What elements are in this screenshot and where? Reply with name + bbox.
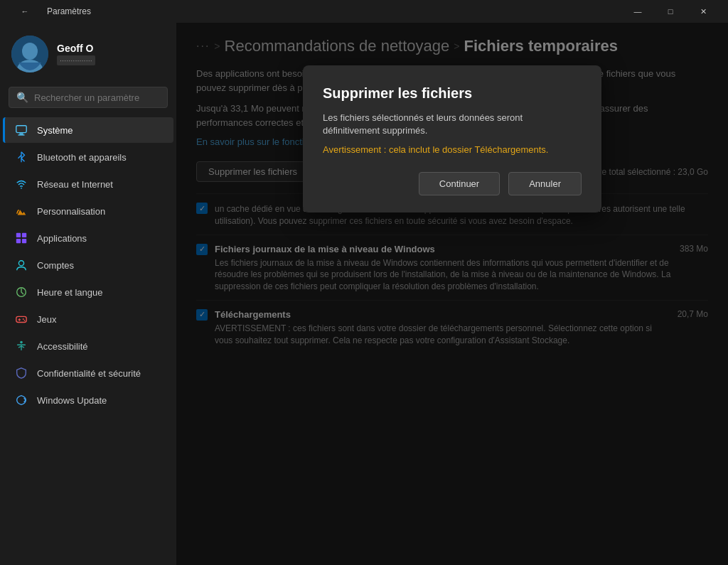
titlebar: ← Paramètres — □ ✕ [0,0,728,23]
window-controls: — □ ✕ [621,0,719,23]
svg-point-14 [23,318,24,320]
sidebar-item-bluetooth-label: Bluetooth et appareils [37,152,127,163]
modal-warning: Avertissement : cela inclut le dossier T… [323,144,582,155]
user-name: Geoff O [57,43,95,54]
svg-point-1 [22,43,38,60]
search-input[interactable] [34,92,160,103]
svg-rect-9 [16,239,21,243]
wifi-icon [14,177,28,191]
svg-point-16 [20,341,23,344]
svg-rect-8 [22,233,26,237]
modal-body: Les fichiers sélectionnés et leurs donné… [323,112,582,137]
app-window: Geoff O ··············· 🔍 Système Blueto… [0,23,728,565]
minimize-button[interactable]: — [621,0,654,23]
time-icon [14,285,28,299]
avatar [11,36,48,72]
sidebar-item-system[interactable]: Système [3,117,173,143]
back-button[interactable]: ← [9,0,41,23]
svg-rect-10 [22,239,26,243]
sidebar-item-accessibility-label: Accessibilité [37,341,88,352]
privacy-icon [14,366,28,380]
search-box[interactable]: 🔍 [9,87,168,108]
svg-rect-4 [19,134,23,135]
window-title: Paramètres [47,6,91,16]
sidebar-item-gaming-label: Jeux [37,314,56,325]
continue-button[interactable]: Continuer [419,172,500,195]
gaming-icon [14,312,28,326]
close-button[interactable]: ✕ [687,0,719,23]
user-info: Geoff O ··············· [57,43,95,65]
sidebar-item-accessibility[interactable]: Accessibilité [3,333,173,359]
sidebar-item-bluetooth[interactable]: Bluetooth et appareils [3,144,173,170]
sidebar-item-gaming[interactable]: Jeux [3,306,173,332]
user-account: ··············· [57,55,95,65]
sidebar-item-apps[interactable]: Applications [3,225,173,251]
user-section: Geoff O ··············· [0,28,176,84]
sidebar-item-apps-label: Applications [37,233,87,244]
search-icon: 🔍 [16,92,28,103]
accessibility-icon [14,339,28,353]
sidebar-item-time[interactable]: Heure et langue [3,279,173,305]
sidebar-item-personalization-label: Personnalisation [37,206,105,217]
svg-point-15 [24,320,26,321]
sidebar-item-update-label: Windows Update [37,395,107,406]
bluetooth-icon [14,150,28,164]
svg-point-6 [21,188,22,189]
svg-rect-5 [18,134,25,135]
sidebar-item-personalization[interactable]: Personnalisation [3,198,173,224]
cancel-button[interactable]: Annuler [508,172,582,195]
delete-modal: Supprimer les fichiers Les fichiers séle… [303,65,601,212]
sidebar-item-privacy-label: Confidentialité et sécurité [37,368,141,379]
sidebar: Geoff O ··············· 🔍 Système Blueto… [0,23,176,565]
main-content: ··· > Recommandations de nettoyage > Fic… [176,23,728,565]
system-icon [14,123,28,137]
sidebar-item-time-label: Heure et langue [37,287,103,298]
svg-point-11 [18,261,23,266]
sidebar-item-privacy[interactable]: Confidentialité et sécurité [3,360,173,386]
sidebar-item-update[interactable]: Windows Update [3,387,173,413]
modal-buttons: Continuer Annuler [323,172,582,195]
update-icon [14,393,28,407]
svg-rect-13 [16,316,26,322]
maximize-button[interactable]: □ [654,0,687,23]
svg-rect-7 [16,233,21,237]
svg-rect-3 [16,126,26,133]
modal-title: Supprimer les fichiers [323,85,582,102]
sidebar-item-accounts[interactable]: Comptes [3,252,173,278]
modal-overlay: Supprimer les fichiers Les fichiers séle… [176,23,728,565]
sidebar-item-accounts-label: Comptes [37,260,74,271]
personalization-icon [14,204,28,218]
sidebar-item-system-label: Système [37,125,73,136]
sidebar-item-network[interactable]: Réseau et Internet [3,171,173,197]
titlebar-left: ← Paramètres [9,0,91,23]
apps-icon [14,231,28,245]
sidebar-item-network-label: Réseau et Internet [37,179,113,190]
accounts-icon [14,258,28,272]
